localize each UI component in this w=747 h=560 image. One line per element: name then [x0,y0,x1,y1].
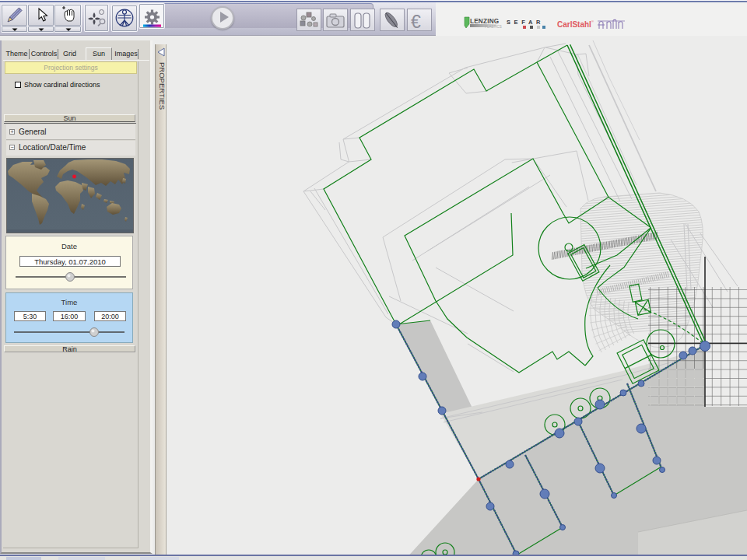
svg-text:PLASTICS: PLASTICS [485,25,502,29]
svg-text:LENZING: LENZING [470,18,499,25]
svg-text:®: ® [591,19,594,23]
svg-text:€: € [411,12,421,32]
svg-text:CarlStahl: CarlStahl [557,20,591,29]
svg-text:SEFAR: SEFAR [507,19,544,26]
